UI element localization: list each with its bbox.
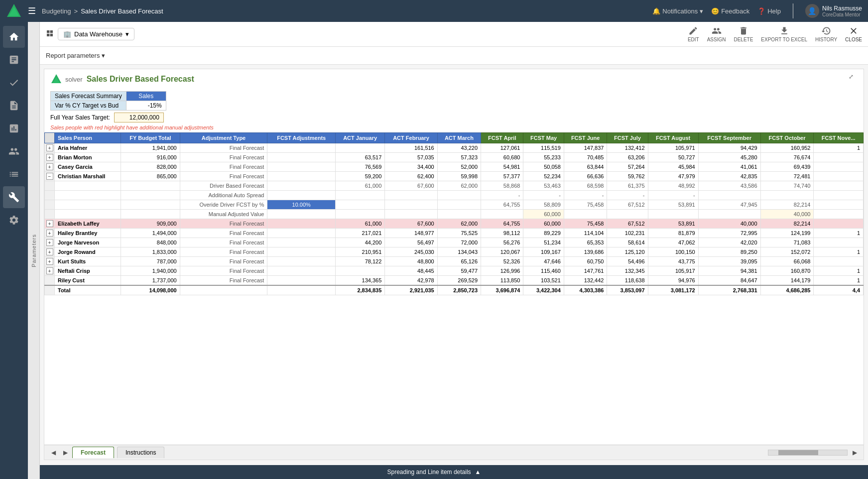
expand-cell: +	[45, 229, 55, 238]
table-cell: 105,971	[648, 143, 698, 153]
table-cell: 58,868	[481, 181, 523, 191]
table-cell	[121, 210, 180, 219]
horizontal-scrollbar[interactable]	[768, 450, 848, 456]
full-year-value[interactable]: 12,000,000	[114, 113, 164, 122]
expand-button[interactable]: −	[46, 173, 53, 180]
summary-label-2: Var % CY Target vs Bud	[51, 101, 126, 111]
table-cell: -	[481, 191, 523, 200]
table-cell: Final Forecast	[180, 266, 267, 276]
table-cell	[648, 210, 698, 219]
table-cell: 52,326	[481, 257, 523, 266]
tab-instructions[interactable]: Instructions	[117, 447, 164, 458]
breadcrumb-parent[interactable]: Budgeting	[42, 7, 71, 15]
help-button[interactable]: ❓ Help	[757, 7, 781, 15]
header-act-mar: ACT March	[437, 133, 481, 143]
assign-button[interactable]: ASSIGN	[707, 26, 726, 42]
sidebar-item-settings[interactable]	[3, 209, 25, 231]
table-cell: 1,494,000	[121, 229, 180, 238]
sidebar-item-reports[interactable]	[3, 49, 25, 71]
expand-button[interactable]: +	[46, 267, 53, 274]
table-cell: 139,686	[564, 247, 607, 257]
tab-forecast[interactable]: Forecast	[72, 447, 114, 458]
user-info[interactable]: 👤 Nils Rasmusse CoreData Mentor	[805, 4, 862, 18]
expand-button[interactable]: +	[46, 230, 53, 237]
expand-button[interactable]: ⤢	[849, 73, 854, 80]
table-cell	[267, 276, 335, 286]
expand-button[interactable]: +	[46, 258, 53, 265]
scroll-right-arrow[interactable]: ▶	[850, 448, 860, 458]
table-cell: 61,000	[335, 181, 384, 191]
hamburger-menu[interactable]: ☰	[28, 5, 36, 16]
delete-button[interactable]: DELETE	[734, 26, 753, 42]
table-cell: Neftali Crisp	[55, 266, 121, 276]
table-cell	[437, 191, 481, 200]
expand-button[interactable]: +	[46, 220, 53, 227]
table-cell: 1,737,000	[121, 276, 180, 286]
sidebar-item-analytics[interactable]	[3, 163, 25, 185]
table-cell	[267, 143, 335, 153]
sidebar-item-users[interactable]	[3, 140, 25, 162]
expand-button[interactable]: +	[46, 144, 53, 151]
feedback-button[interactable]: 😊 Feedback	[711, 7, 749, 15]
table-cell: 58,614	[607, 238, 648, 247]
notifications-button[interactable]: 🔔 Notifications ▾	[652, 7, 703, 15]
table-cell	[481, 210, 523, 219]
expand-button[interactable]: +	[46, 154, 53, 161]
table-cell: 916,000	[121, 153, 180, 162]
table-cell	[564, 210, 607, 219]
expand-button[interactable]: +	[46, 239, 53, 246]
table-cell	[698, 210, 760, 219]
table-cell: 152,072	[760, 247, 814, 257]
export-to-excel-button[interactable]: EXPORT TO EXCEL	[761, 26, 807, 42]
table-cell: 57,035	[385, 153, 437, 162]
table-sub-row: Additional Auto Spread-----	[45, 191, 864, 200]
tab-prev-arrow[interactable]: ◀	[48, 448, 58, 458]
table-cell: Final Forecast	[180, 153, 267, 162]
chevron-down-icon: ▾	[102, 52, 105, 59]
table-cell: 57,323	[437, 153, 481, 162]
table-cell: Final Forecast	[180, 276, 267, 286]
table-cell: 98,112	[481, 229, 523, 238]
table-cell: 40,000	[698, 219, 760, 229]
table-cell: 53,891	[648, 219, 698, 229]
table-cell	[267, 162, 335, 172]
data-warehouse-button[interactable]: 🏢 Data Warehouse ▾	[58, 28, 134, 40]
table-cell: 47,979	[648, 172, 698, 181]
expand-cell: +	[45, 238, 55, 247]
table-cell: 54,981	[481, 162, 523, 172]
table-cell: 161,516	[385, 143, 437, 153]
table-cell	[121, 181, 180, 191]
close-button[interactable]: CLOSE	[845, 26, 862, 42]
sidebar-item-documents[interactable]	[3, 95, 25, 117]
table-cell	[814, 191, 864, 200]
expand-button[interactable]: +	[46, 248, 53, 255]
expand-cell: +	[45, 266, 55, 276]
status-bar[interactable]: Spreading and Line item details ▲	[0, 465, 868, 479]
sidebar-item-tools[interactable]	[3, 186, 25, 208]
table-cell: 217,021	[335, 229, 384, 238]
table-cell: Final Forecast	[180, 162, 267, 172]
history-button[interactable]: HISTORY	[815, 26, 837, 42]
sidebar-item-budget[interactable]	[3, 118, 25, 139]
sidebar-item-tasks[interactable]	[3, 72, 25, 94]
table-cell: 160,870	[760, 266, 814, 276]
expand-button[interactable]: +	[46, 163, 53, 170]
sidebar-item-home[interactable]	[3, 26, 25, 48]
table-cell: Jorge Rowand	[55, 247, 121, 257]
edit-button[interactable]: EDIT	[688, 26, 699, 42]
report-params-button[interactable]: Report parameters ▾	[46, 52, 105, 59]
table-row: +Elizabeth Laffey909,000Final Forecast61…	[45, 219, 864, 229]
table-cell: Driver Based Forecast	[180, 181, 267, 191]
header-fcst-nov: FCST Nove...	[814, 133, 864, 143]
table-cell: 67,512	[607, 200, 648, 210]
summary-value-2: -15%	[126, 101, 166, 111]
tab-next-arrow[interactable]: ▶	[60, 448, 70, 458]
table-cell: 43,586	[698, 181, 760, 191]
table-cell	[267, 153, 335, 162]
top-nav: ☰ Budgeting > Sales Driver Based Forecas…	[0, 0, 868, 22]
table-cell	[55, 210, 121, 219]
table-cell: 4,4	[814, 285, 864, 295]
table-cell: 48,445	[385, 266, 437, 276]
table-cell: Christian Marshall	[55, 172, 121, 181]
table-cell: 42,978	[385, 276, 437, 286]
